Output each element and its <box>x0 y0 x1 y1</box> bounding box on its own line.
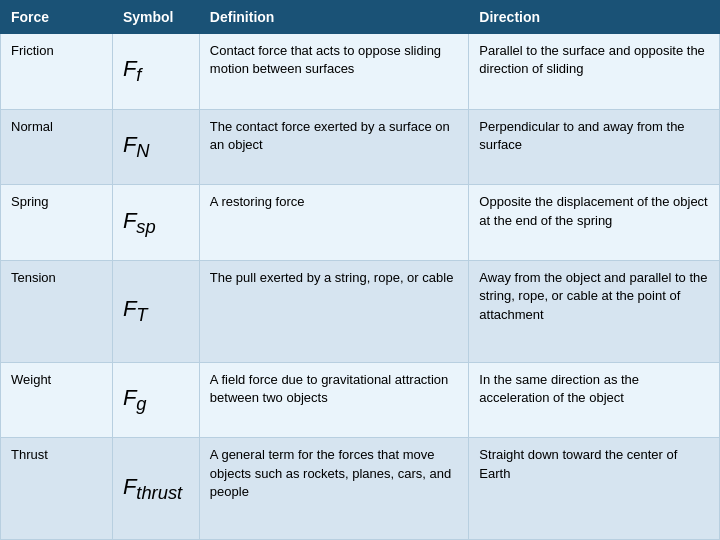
cell-symbol: Fg <box>112 362 199 438</box>
cell-direction: Opposite the displacement of the object … <box>469 185 720 261</box>
cell-definition: A field force due to gravitational attra… <box>199 362 469 438</box>
cell-force: Weight <box>1 362 113 438</box>
table-row: FrictionFfContact force that acts to opp… <box>1 34 720 110</box>
table-row: TensionFTThe pull exerted by a string, r… <box>1 261 720 363</box>
cell-force: Thrust <box>1 438 113 540</box>
cell-definition: A restoring force <box>199 185 469 261</box>
cell-definition: The contact force exerted by a surface o… <box>199 109 469 185</box>
header-symbol: Symbol <box>112 1 199 34</box>
cell-force: Normal <box>1 109 113 185</box>
table-header-row: Force Symbol Definition Direction <box>1 1 720 34</box>
table-row: SpringFspA restoring forceOpposite the d… <box>1 185 720 261</box>
cell-symbol: FN <box>112 109 199 185</box>
cell-direction: Straight down toward the center of Earth <box>469 438 720 540</box>
header-force: Force <box>1 1 113 34</box>
cell-force: Friction <box>1 34 113 110</box>
header-definition: Definition <box>199 1 469 34</box>
table-row: NormalFNThe contact force exerted by a s… <box>1 109 720 185</box>
forces-table: Force Symbol Definition Direction Fricti… <box>0 0 720 540</box>
table-row: WeightFgA field force due to gravitation… <box>1 362 720 438</box>
cell-direction: Parallel to the surface and opposite the… <box>469 34 720 110</box>
cell-direction: Away from the object and parallel to the… <box>469 261 720 363</box>
cell-direction: Perpendicular to and away from the surfa… <box>469 109 720 185</box>
cell-definition: Contact force that acts to oppose slidin… <box>199 34 469 110</box>
table-row: ThrustFthrustA general term for the forc… <box>1 438 720 540</box>
cell-symbol: FT <box>112 261 199 363</box>
cell-force: Spring <box>1 185 113 261</box>
cell-direction: In the same direction as the acceleratio… <box>469 362 720 438</box>
cell-symbol: Fthrust <box>112 438 199 540</box>
cell-symbol: Ff <box>112 34 199 110</box>
header-direction: Direction <box>469 1 720 34</box>
cell-definition: A general term for the forces that move … <box>199 438 469 540</box>
cell-definition: The pull exerted by a string, rope, or c… <box>199 261 469 363</box>
cell-symbol: Fsp <box>112 185 199 261</box>
cell-force: Tension <box>1 261 113 363</box>
